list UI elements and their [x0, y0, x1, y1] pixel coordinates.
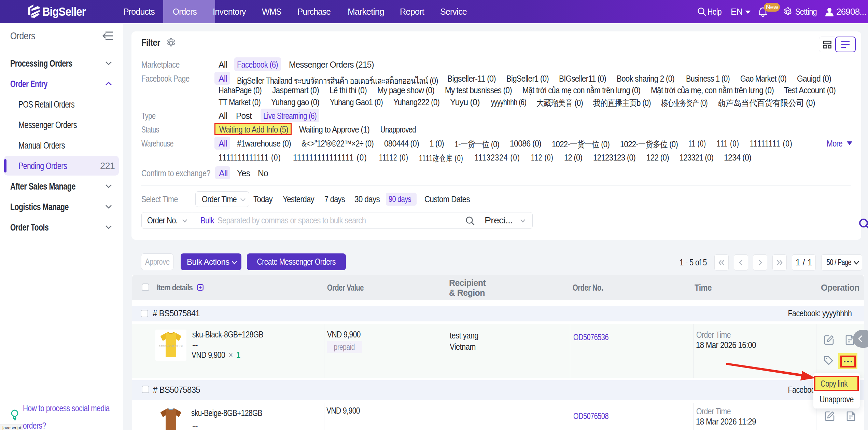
svg-text:百事特电商持式有限公司: 百事特电商持式有限公司: [158, 345, 183, 347]
